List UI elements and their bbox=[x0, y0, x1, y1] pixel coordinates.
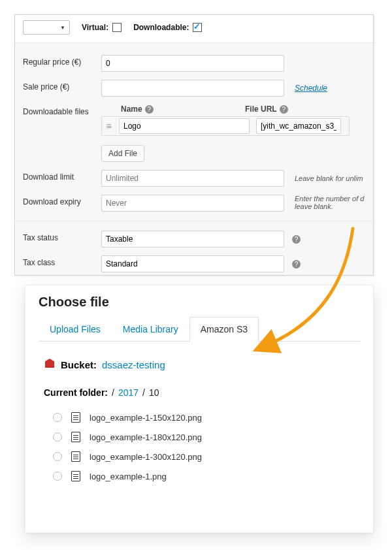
file-radio[interactable] bbox=[53, 432, 62, 442]
file-name: logo_example-1-300x120.png bbox=[90, 452, 202, 462]
download-expiry-hint: Enter the number of d leave blank. bbox=[295, 195, 367, 210]
bucket-line: Bucket: dssaez-testing bbox=[44, 359, 360, 370]
breadcrumb-year-link[interactable]: 2017 bbox=[118, 387, 139, 398]
sale-price-input[interactable] bbox=[101, 80, 284, 97]
tax-status-select[interactable]: Taxable bbox=[101, 231, 284, 248]
download-limit-input[interactable] bbox=[101, 170, 284, 187]
col-name-header: Name? bbox=[101, 105, 245, 114]
help-icon[interactable]: ? bbox=[145, 105, 154, 114]
regular-price-label: Regular price (€) bbox=[23, 55, 101, 67]
file-list: logo_example-1-150x120.png logo_example-… bbox=[53, 412, 360, 481]
list-item[interactable]: logo_example-1.png bbox=[53, 471, 360, 481]
row-download-limit: Download limit Leave blank for unlim bbox=[23, 166, 368, 191]
tax-class-select[interactable]: Standard bbox=[101, 255, 284, 272]
tax-class-label: Tax class bbox=[23, 255, 101, 267]
drag-handle-icon[interactable]: ≡ bbox=[102, 117, 116, 135]
current-folder-label: Current folder: bbox=[44, 387, 108, 398]
schedule-link[interactable]: Schedule bbox=[295, 84, 327, 93]
file-radio[interactable] bbox=[53, 472, 62, 481]
downloadable-files-label: Downloadable files bbox=[23, 105, 101, 116]
file-icon bbox=[71, 412, 80, 423]
file-name-input[interactable] bbox=[119, 118, 250, 134]
col-url-header: File URL? bbox=[245, 105, 350, 114]
row-download-expiry: Download expiry Enter the number of d le… bbox=[23, 191, 368, 216]
breadcrumb-slash: / bbox=[112, 387, 114, 398]
row-regular-price: Regular price (€) bbox=[23, 51, 368, 76]
download-limit-label: Download limit bbox=[23, 170, 101, 182]
downloadable-checkbox[interactable] bbox=[193, 23, 202, 32]
breadcrumb-slash: / bbox=[142, 387, 145, 398]
file-name: logo_example-1-150x120.png bbox=[90, 413, 202, 423]
file-name: logo_example-1.png bbox=[90, 472, 167, 481]
file-radio[interactable] bbox=[53, 413, 62, 422]
download-expiry-input[interactable] bbox=[101, 195, 284, 212]
row-tax-class: Tax class Standard ? bbox=[23, 251, 368, 276]
bucket-label: Bucket: bbox=[61, 359, 97, 370]
panel-title: Choose file bbox=[39, 295, 360, 310]
tax-status-label: Tax status bbox=[23, 231, 101, 242]
product-type-select[interactable] bbox=[23, 20, 70, 35]
download-limit-hint: Leave blank for unlim bbox=[295, 174, 363, 182]
file-icon bbox=[71, 432, 80, 442]
virtual-label: Virtual: bbox=[82, 23, 108, 32]
breadcrumb-month: 10 bbox=[149, 387, 159, 398]
regular-price-input[interactable] bbox=[101, 55, 284, 72]
separator bbox=[15, 221, 374, 221]
virtual-checkbox[interactable] bbox=[112, 23, 122, 32]
bucket-name-link[interactable]: dssaez-testing bbox=[102, 359, 165, 370]
row-sale-price: Sale price (€) Schedule bbox=[23, 76, 368, 101]
bucket-icon bbox=[44, 359, 56, 370]
downloadable-label: Downloadable: bbox=[133, 23, 189, 32]
help-icon[interactable]: ? bbox=[280, 105, 288, 114]
list-item[interactable]: logo_example-1-180x120.png bbox=[53, 432, 360, 442]
list-item[interactable]: logo_example-1-300x120.png bbox=[53, 451, 360, 462]
help-icon[interactable]: ? bbox=[292, 260, 301, 268]
file-icon bbox=[71, 451, 80, 462]
tab-amazon-s3[interactable]: Amazon S3 bbox=[189, 317, 259, 342]
table-row: ≡ bbox=[101, 116, 350, 136]
file-radio[interactable] bbox=[53, 452, 62, 461]
download-expiry-label: Download expiry bbox=[23, 195, 101, 206]
help-icon[interactable]: ? bbox=[292, 235, 301, 244]
file-icon bbox=[71, 471, 80, 481]
file-name: logo_example-1-180x120.png bbox=[90, 432, 202, 442]
tab-media-library[interactable]: Media Library bbox=[112, 317, 189, 342]
tab-bar: Upload Files Media Library Amazon S3 bbox=[39, 316, 360, 342]
product-type-row: Virtual: Downloadable: bbox=[15, 15, 373, 43]
files-table: Name? File URL? ≡ bbox=[101, 105, 350, 136]
row-downloadable-files: Downloadable files Name? File URL? ≡ Add… bbox=[23, 101, 368, 166]
choose-file-panel: Choose file Upload Files Media Library A… bbox=[25, 285, 374, 533]
row-tax-status: Tax status Taxable ? bbox=[23, 227, 368, 251]
add-file-button[interactable]: Add File bbox=[101, 145, 144, 162]
product-data-panel: Virtual: Downloadable: Regular price (€)… bbox=[14, 14, 374, 276]
files-table-head: Name? File URL? bbox=[101, 105, 350, 116]
product-form: Regular price (€) Sale price (€) Schedul… bbox=[15, 43, 373, 276]
tab-upload-files[interactable]: Upload Files bbox=[39, 317, 112, 342]
list-item[interactable]: logo_example-1-150x120.png bbox=[53, 412, 360, 423]
file-url-input[interactable] bbox=[256, 118, 341, 134]
sale-price-label: Sale price (€) bbox=[23, 80, 101, 91]
breadcrumb: Current folder: / 2017 / 10 bbox=[44, 387, 360, 398]
